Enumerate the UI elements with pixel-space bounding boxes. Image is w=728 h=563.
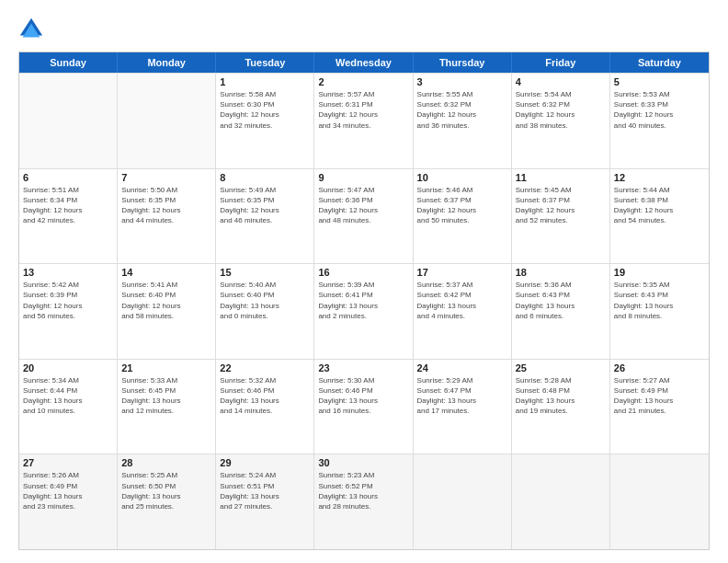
day-info: Sunrise: 5:34 AM Sunset: 6:44 PM Dayligh…: [23, 375, 113, 417]
calendar-day-11: 11Sunrise: 5:45 AM Sunset: 6:37 PM Dayli…: [512, 169, 610, 264]
calendar: SundayMondayTuesdayWednesdayThursdayFrid…: [18, 52, 710, 550]
day-number: 7: [121, 172, 211, 183]
calendar-header: SundayMondayTuesdayWednesdayThursdayFrid…: [19, 52, 709, 73]
day-number: 4: [516, 76, 606, 87]
day-of-week-thursday: Thursday: [414, 52, 512, 73]
day-number: 16: [318, 267, 408, 278]
calendar-day-18: 18Sunrise: 5:36 AM Sunset: 6:43 PM Dayli…: [512, 264, 610, 359]
calendar-day-8: 8Sunrise: 5:49 AM Sunset: 6:35 PM Daylig…: [216, 169, 314, 264]
day-number: 24: [417, 362, 507, 373]
day-number: 17: [417, 267, 507, 278]
calendar-day-7: 7Sunrise: 5:50 AM Sunset: 6:35 PM Daylig…: [118, 169, 216, 264]
calendar-day-14: 14Sunrise: 5:41 AM Sunset: 6:40 PM Dayli…: [118, 264, 216, 359]
day-info: Sunrise: 5:55 AM Sunset: 6:32 PM Dayligh…: [417, 89, 507, 131]
day-number: 12: [614, 172, 705, 183]
day-of-week-saturday: Saturday: [610, 52, 709, 73]
day-info: Sunrise: 5:40 AM Sunset: 6:40 PM Dayligh…: [220, 280, 310, 321]
day-info: Sunrise: 5:23 AM Sunset: 6:52 PM Dayligh…: [318, 470, 408, 511]
calendar-day-25: 25Sunrise: 5:28 AM Sunset: 6:48 PM Dayli…: [512, 360, 610, 454]
day-info: Sunrise: 5:33 AM Sunset: 6:45 PM Dayligh…: [121, 375, 211, 417]
header: [18, 17, 710, 42]
day-number: 21: [121, 362, 211, 373]
day-number: 28: [121, 457, 211, 468]
day-info: Sunrise: 5:36 AM Sunset: 6:43 PM Dayligh…: [516, 280, 606, 321]
calendar-body: 1Sunrise: 5:58 AM Sunset: 6:30 PM Daylig…: [19, 73, 709, 549]
calendar-empty-cell: [118, 74, 216, 168]
day-info: Sunrise: 5:45 AM Sunset: 6:37 PM Dayligh…: [516, 185, 606, 226]
day-number: 6: [23, 172, 113, 183]
day-of-week-friday: Friday: [512, 52, 610, 73]
day-info: Sunrise: 5:27 AM Sunset: 6:49 PM Dayligh…: [614, 375, 705, 417]
day-number: 10: [417, 172, 507, 183]
day-number: 2: [318, 76, 408, 87]
calendar-day-24: 24Sunrise: 5:29 AM Sunset: 6:47 PM Dayli…: [414, 360, 512, 454]
day-number: 3: [417, 76, 507, 87]
calendar-empty-cell: [610, 454, 709, 549]
day-info: Sunrise: 5:41 AM Sunset: 6:40 PM Dayligh…: [121, 280, 211, 321]
calendar-row-5: 27Sunrise: 5:26 AM Sunset: 6:49 PM Dayli…: [19, 454, 709, 549]
day-info: Sunrise: 5:24 AM Sunset: 6:51 PM Dayligh…: [220, 470, 310, 511]
day-number: 13: [23, 267, 113, 278]
day-info: Sunrise: 5:29 AM Sunset: 6:47 PM Dayligh…: [417, 375, 507, 417]
calendar-row-1: 1Sunrise: 5:58 AM Sunset: 6:30 PM Daylig…: [19, 73, 709, 168]
calendar-row-2: 6Sunrise: 5:51 AM Sunset: 6:34 PM Daylig…: [19, 168, 709, 264]
day-info: Sunrise: 5:54 AM Sunset: 6:32 PM Dayligh…: [516, 89, 606, 131]
day-info: Sunrise: 5:57 AM Sunset: 6:31 PM Dayligh…: [318, 89, 408, 131]
day-of-week-tuesday: Tuesday: [216, 52, 314, 73]
calendar-day-3: 3Sunrise: 5:55 AM Sunset: 6:32 PM Daylig…: [414, 74, 512, 168]
day-info: Sunrise: 5:26 AM Sunset: 6:49 PM Dayligh…: [23, 470, 113, 511]
calendar-day-27: 27Sunrise: 5:26 AM Sunset: 6:49 PM Dayli…: [19, 454, 118, 549]
day-of-week-monday: Monday: [118, 52, 216, 73]
calendar-day-16: 16Sunrise: 5:39 AM Sunset: 6:41 PM Dayli…: [314, 264, 413, 359]
day-number: 23: [318, 362, 408, 373]
day-number: 15: [220, 267, 310, 278]
day-info: Sunrise: 5:25 AM Sunset: 6:50 PM Dayligh…: [121, 470, 211, 511]
calendar-day-20: 20Sunrise: 5:34 AM Sunset: 6:44 PM Dayli…: [19, 360, 118, 454]
calendar-day-30: 30Sunrise: 5:23 AM Sunset: 6:52 PM Dayli…: [314, 454, 413, 549]
day-number: 8: [220, 172, 310, 183]
calendar-empty-cell: [512, 454, 610, 549]
calendar-day-15: 15Sunrise: 5:40 AM Sunset: 6:40 PM Dayli…: [216, 264, 314, 359]
day-number: 30: [318, 457, 408, 468]
day-number: 25: [516, 362, 606, 373]
calendar-empty-cell: [414, 454, 512, 549]
day-info: Sunrise: 5:51 AM Sunset: 6:34 PM Dayligh…: [23, 185, 113, 226]
day-info: Sunrise: 5:28 AM Sunset: 6:48 PM Dayligh…: [516, 375, 606, 417]
calendar-day-6: 6Sunrise: 5:51 AM Sunset: 6:34 PM Daylig…: [19, 169, 118, 264]
page: SundayMondayTuesdayWednesdayThursdayFrid…: [0, 0, 728, 563]
day-info: Sunrise: 5:30 AM Sunset: 6:46 PM Dayligh…: [318, 375, 408, 417]
day-info: Sunrise: 5:35 AM Sunset: 6:43 PM Dayligh…: [614, 280, 705, 321]
day-info: Sunrise: 5:46 AM Sunset: 6:37 PM Dayligh…: [417, 185, 507, 226]
day-info: Sunrise: 5:50 AM Sunset: 6:35 PM Dayligh…: [121, 185, 211, 226]
day-info: Sunrise: 5:39 AM Sunset: 6:41 PM Dayligh…: [318, 280, 408, 321]
calendar-day-4: 4Sunrise: 5:54 AM Sunset: 6:32 PM Daylig…: [512, 74, 610, 168]
logo: [18, 17, 48, 42]
day-of-week-sunday: Sunday: [19, 52, 118, 73]
calendar-day-28: 28Sunrise: 5:25 AM Sunset: 6:50 PM Dayli…: [118, 454, 216, 549]
day-number: 1: [220, 76, 310, 87]
day-number: 19: [614, 267, 705, 278]
day-number: 20: [23, 362, 113, 373]
day-info: Sunrise: 5:49 AM Sunset: 6:35 PM Dayligh…: [220, 185, 310, 226]
calendar-day-2: 2Sunrise: 5:57 AM Sunset: 6:31 PM Daylig…: [314, 74, 413, 168]
day-number: 29: [220, 457, 310, 468]
calendar-row-4: 20Sunrise: 5:34 AM Sunset: 6:44 PM Dayli…: [19, 359, 709, 454]
day-info: Sunrise: 5:42 AM Sunset: 6:39 PM Dayligh…: [23, 280, 113, 321]
day-number: 5: [614, 76, 705, 87]
logo-icon: [18, 17, 44, 42]
day-number: 9: [318, 172, 408, 183]
calendar-row-3: 13Sunrise: 5:42 AM Sunset: 6:39 PM Dayli…: [19, 263, 709, 359]
calendar-day-26: 26Sunrise: 5:27 AM Sunset: 6:49 PM Dayli…: [610, 360, 709, 454]
day-info: Sunrise: 5:58 AM Sunset: 6:30 PM Dayligh…: [220, 89, 310, 131]
calendar-day-21: 21Sunrise: 5:33 AM Sunset: 6:45 PM Dayli…: [118, 360, 216, 454]
calendar-day-13: 13Sunrise: 5:42 AM Sunset: 6:39 PM Dayli…: [19, 264, 118, 359]
calendar-day-23: 23Sunrise: 5:30 AM Sunset: 6:46 PM Dayli…: [314, 360, 413, 454]
calendar-day-22: 22Sunrise: 5:32 AM Sunset: 6:46 PM Dayli…: [216, 360, 314, 454]
day-number: 11: [516, 172, 606, 183]
day-info: Sunrise: 5:44 AM Sunset: 6:38 PM Dayligh…: [614, 185, 705, 226]
calendar-day-19: 19Sunrise: 5:35 AM Sunset: 6:43 PM Dayli…: [610, 264, 709, 359]
day-info: Sunrise: 5:32 AM Sunset: 6:46 PM Dayligh…: [220, 375, 310, 417]
calendar-day-10: 10Sunrise: 5:46 AM Sunset: 6:37 PM Dayli…: [414, 169, 512, 264]
day-info: Sunrise: 5:37 AM Sunset: 6:42 PM Dayligh…: [417, 280, 507, 321]
calendar-empty-cell: [19, 74, 118, 168]
